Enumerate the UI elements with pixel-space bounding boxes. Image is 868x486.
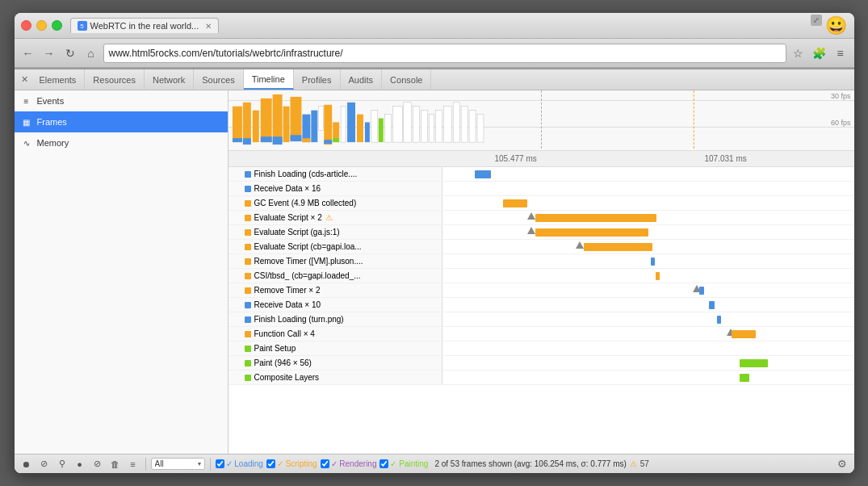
svg-rect-4 [252,111,258,142]
record-row: Evaluate Script (ga.js:1) [229,225,854,240]
tab-close-icon[interactable]: ✕ [205,22,212,31]
record-row: Remove Timer ([VM].pluson.... [229,254,854,269]
expand-triangle [527,212,535,220]
filter-select[interactable]: All Loading Scripting Rendering Painting [151,458,205,470]
record-timeline [442,225,854,239]
record-button[interactable]: ⏺ [19,457,34,471]
painting-checkbox-label[interactable]: ✓ Painting [379,459,428,468]
record-bar [740,374,749,382]
record-bar [535,214,656,222]
svg-rect-19 [333,138,339,142]
extension-icon[interactable]: 🧩 [811,44,828,62]
rendering-checkbox-label[interactable]: ✓ Rendering [321,459,377,468]
record-label: Remove Timer ([VM].pluson.... [229,254,442,268]
time-marker-1: 105.477 ms [495,154,537,163]
painting-checkbox[interactable] [379,459,388,468]
tab-console[interactable]: Console [382,69,431,90]
svg-rect-2 [242,103,250,142]
sidebar-item-memory[interactable]: ∿ Memory [15,132,228,153]
filter-dropdown[interactable]: All Loading Scripting Rendering Painting [151,458,205,470]
svg-rect-36 [469,111,476,142]
bar-marker [476,170,481,175]
close-button[interactable] [21,20,31,31]
record-row: Receive Data × 10 [229,298,854,312]
expand-triangle [576,241,584,249]
record-bar [709,301,715,309]
tab-audits[interactable]: Audits [341,69,383,90]
emoji-icon: 😀 [825,15,848,37]
record-dot [245,244,251,250]
home-button[interactable]: ⌂ [82,44,100,62]
tab-resources[interactable]: Resources [85,69,145,90]
forward-button[interactable]: → [40,44,58,62]
loading-checkbox[interactable] [216,459,224,468]
back-button[interactable]: ← [19,44,37,62]
expand-triangle [527,227,535,234]
main-panel: 30 fps 60 fps [229,90,854,454]
record-label: Receive Data × 16 [229,182,442,195]
rendering-label: ✓ Rendering [331,459,377,468]
devtools-toolbar: ✕ Elements Resources Network Sources Tim… [15,69,854,90]
devtools-close-button[interactable]: ✕ [18,73,31,86]
sidebar-item-events[interactable]: ≡ Events [15,90,228,111]
flame-button[interactable]: ● [73,457,87,471]
record-row: Composite Layers [229,371,854,385]
tab-sources[interactable]: Sources [194,69,243,90]
record-row: Function Call × 4 [229,327,854,341]
frames-icon: ▦ [21,116,32,128]
record-dot [245,258,251,265]
settings-button[interactable]: ⚙ [835,457,849,471]
svg-rect-21 [347,103,355,142]
record-timeline [442,371,854,384]
browser-tab[interactable]: 5 WebRTC in the real world... ✕ [70,18,220,33]
record-timeline [442,211,854,224]
filter-button[interactable]: ⚲ [55,457,69,471]
record-label: CSI/tbsd_ (cb=gapi.loaded_... [229,269,442,283]
sidebar-item-frames[interactable]: ▦ Frames [15,111,228,132]
record-dot [245,200,251,207]
tab-area: 5 WebRTC in the real world... ✕ [70,18,811,33]
clear-button[interactable]: ⊘ [37,457,52,471]
record-label: Evaluate Script (cb=gapi.loa... [229,240,442,253]
scripting-checkbox-label[interactable]: ✓ Scripting [266,459,317,468]
record-dot [245,273,251,279]
svg-rect-12 [302,115,310,143]
record-dot [245,375,251,381]
record-bar [740,359,768,367]
nav-bar: ← → ↻ ⌂ www.html5rocks.com/en/tutorials/… [15,39,854,68]
svg-rect-27 [392,107,402,142]
rendering-checkbox[interactable] [321,459,329,468]
tab-timeline[interactable]: Timeline [244,69,294,90]
record-bar [651,258,655,266]
svg-rect-13 [302,138,310,142]
trash-button[interactable]: 🗑 [108,457,123,471]
svg-rect-14 [311,111,317,142]
tab-profiles[interactable]: Profiles [294,69,341,90]
minimize-button[interactable] [36,20,47,31]
svg-rect-29 [413,107,419,142]
tab-elements[interactable]: Elements [31,69,86,90]
record-timeline [442,298,854,312]
url-bar[interactable]: www.html5rocks.com/en/tutorials/webrtc/i… [103,44,786,63]
loading-checkbox-label[interactable]: ✓ Loading [216,459,263,468]
bottom-toolbar: ⏺ ⊘ ⚲ ● ⊘ 🗑 ≡ All Loading Scripting Rend… [15,454,854,473]
info-button[interactable]: ≡ [126,457,140,471]
menu-icon[interactable]: ≡ [832,44,849,62]
frames-chart-svg [229,90,854,150]
separator [210,458,211,471]
svg-rect-7 [272,94,282,142]
resize-icon[interactable]: ⤢ [811,15,822,26]
scripting-checkbox[interactable] [266,459,275,468]
bookmark-icon[interactable]: ☆ [790,44,807,62]
reload-button[interactable]: ↻ [61,44,79,62]
warning-icon: ⚠ [325,213,333,222]
maximize-button[interactable] [52,20,62,31]
warning-badge: ⚠ [630,459,637,468]
svg-rect-23 [364,122,369,142]
stop-button[interactable]: ⊘ [90,457,105,471]
loading-label: ✓ Loading [226,459,263,468]
tab-network[interactable]: Network [145,69,194,90]
record-row: Remove Timer × 2 [229,283,854,298]
record-bar [656,272,660,280]
svg-rect-30 [421,111,427,142]
